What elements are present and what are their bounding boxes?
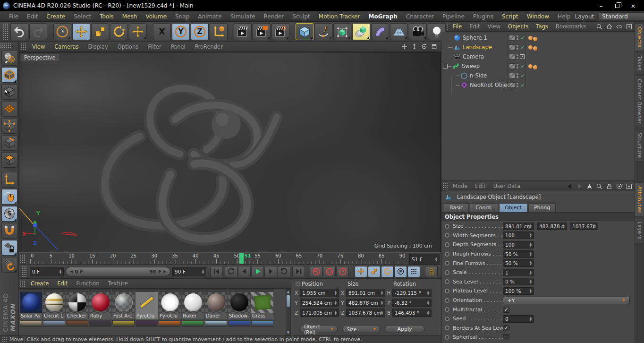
menu-script[interactable]: Script <box>498 13 523 20</box>
add-sweep-button[interactable] <box>352 23 370 40</box>
texture-tag-icon[interactable] <box>533 65 537 69</box>
side-tab-structure[interactable]: Structure <box>635 129 644 162</box>
add-spline-button[interactable] <box>314 23 332 40</box>
attribute-value-field[interactable]: 50 %▲▼ <box>503 259 534 267</box>
menu-edit[interactable]: Edit <box>23 13 42 20</box>
previous-key-button[interactable] <box>225 266 237 277</box>
panel-drag-handle[interactable] <box>3 23 8 40</box>
material-scrollbar[interactable]: ▲ ▼ <box>286 289 291 335</box>
material-menu-function[interactable]: Function <box>72 280 104 287</box>
layer-color-swatch[interactable] <box>509 44 515 50</box>
keyframe-bullet-icon[interactable] <box>445 298 449 303</box>
spinner-arrows-icon[interactable]: ▲▼ <box>335 310 337 315</box>
viewport-menu-options[interactable]: Options <box>113 43 143 50</box>
next-frame-button[interactable] <box>264 266 277 277</box>
spinner-arrows-icon[interactable]: ▲▼ <box>530 270 532 275</box>
previous-frame-button[interactable] <box>238 266 251 277</box>
layer-color-swatch[interactable] <box>509 35 515 41</box>
menu-character[interactable]: Character <box>402 13 438 20</box>
autokeying-button[interactable] <box>323 266 336 277</box>
lock-workplane-button[interactable] <box>1 240 17 256</box>
menu-plugins[interactable]: Plugins <box>469 13 498 20</box>
enabled-check-icon[interactable]: ✓ <box>520 82 525 88</box>
tab-object[interactable]: Object <box>499 203 527 212</box>
view-label[interactable]: Perspective <box>20 53 59 62</box>
object-name[interactable]: n-Side <box>470 72 487 79</box>
render-picture-viewer-button[interactable] <box>253 23 271 40</box>
key-pla-button[interactable] <box>407 266 420 277</box>
material-item[interactable]: Circuit L <box>43 292 65 319</box>
viewport-canvas[interactable]: X Y Z Perspective Grid Spacing : 100 cm <box>19 52 441 252</box>
panel-drag-handle[interactable] <box>2 337 8 342</box>
material-item[interactable]: Grass <box>251 292 273 319</box>
layer-color-swatch[interactable] <box>509 54 515 60</box>
spinner-arrows-icon[interactable]: ▲▼ <box>335 300 337 305</box>
visibility-dots[interactable] <box>517 45 518 50</box>
material-menu-edit[interactable]: Edit <box>53 280 72 287</box>
search-button[interactable] <box>595 23 603 30</box>
enabled-check-icon[interactable]: ✓ <box>520 44 525 51</box>
keyframe-bullet-icon[interactable] <box>445 252 449 257</box>
size-mode-dropdown[interactable]: Size ▼ <box>342 325 380 333</box>
visibility-dots[interactable] <box>517 35 518 40</box>
menu-pipeline[interactable]: Pipeline <box>438 13 469 20</box>
render-view-button[interactable] <box>234 23 252 40</box>
menu-help[interactable]: Help <box>553 13 575 20</box>
spinner-arrows-icon[interactable]: ▲▼ <box>435 257 437 262</box>
attribute-value-field[interactable]: 1▲▼ <box>503 269 534 276</box>
preview-range-slider[interactable]: ◀ 0 F 90 F ▶ <box>66 267 170 276</box>
menu-animate[interactable]: Animate <box>194 13 226 20</box>
key-parameter-button[interactable]: P <box>394 266 407 277</box>
position-x-field[interactable]: 1.955 cm▲▼ <box>300 289 339 297</box>
play-button[interactable] <box>251 266 264 277</box>
menu-sculpt[interactable]: Sculpt <box>288 13 314 20</box>
attribute-value-field[interactable]: 482.878 cm▲▼ <box>537 223 567 230</box>
model-mode-button[interactable] <box>1 67 17 83</box>
viewport-menu-filter[interactable]: Filter <box>143 43 166 50</box>
key-rotation-button[interactable] <box>381 266 394 277</box>
menu-mesh[interactable]: Mesh <box>118 13 142 20</box>
add-box-button[interactable] <box>625 23 633 30</box>
spinner-arrows-icon[interactable]: ▲▼ <box>427 291 429 295</box>
expander-icon[interactable]: − <box>443 64 448 69</box>
object-name[interactable]: Sweep <box>462 63 480 69</box>
spinner-arrows-icon[interactable]: ▲▼ <box>202 269 204 274</box>
viewport-menu-display[interactable]: Display <box>83 43 112 50</box>
keyframe-bullet-icon[interactable] <box>445 242 449 247</box>
x-axis-lock-button[interactable]: X <box>153 23 171 40</box>
keyframe-bullet-icon[interactable] <box>445 270 449 275</box>
visibility-dots[interactable] <box>517 64 518 69</box>
keyframe-bullet-icon[interactable] <box>445 307 449 312</box>
panel-drag-handle[interactable] <box>20 280 25 287</box>
rotation-h-field[interactable]: -129.115 °▲▼ <box>392 289 432 297</box>
nav-up-button[interactable] <box>585 182 593 190</box>
object-name[interactable]: NeoKnot Object <box>470 82 512 88</box>
layout-dropdown[interactable]: Standard ▼ <box>599 12 644 20</box>
range-start-field[interactable]: 0 F ▲▼ <box>30 267 64 276</box>
object-tree-row[interactable]: −Sweep✓ <box>441 61 635 71</box>
viewport-menu-prorender[interactable]: ProRender <box>190 43 228 50</box>
attribute-value-field[interactable]: 100 %▲▼ <box>503 287 534 295</box>
move-button[interactable] <box>72 23 90 40</box>
axis-mode-button[interactable] <box>1 172 17 188</box>
size-y-field[interactable]: 482.878 cm▲▼ <box>346 299 385 307</box>
keyframe-help-button[interactable]: ? <box>336 266 349 277</box>
keyframe-bullet-icon[interactable] <box>445 261 449 266</box>
make-editable-button[interactable] <box>1 50 17 66</box>
record-keyframe-button[interactable] <box>310 266 322 277</box>
object-tree-row[interactable]: n-Side✓ <box>441 71 635 80</box>
spinner-arrows-icon[interactable]: ▲▼ <box>530 289 532 293</box>
menu-simulate[interactable]: Simulate <box>226 13 260 20</box>
spinner-arrows-icon[interactable]: ▲▼ <box>563 224 565 229</box>
viewport-menu-cameras[interactable]: Cameras <box>50 43 83 50</box>
material-item[interactable]: Checker <box>66 292 88 319</box>
object-menu-objects[interactable]: Objects <box>504 23 532 30</box>
viewport-zoom-button[interactable] <box>410 43 418 51</box>
spinner-arrows-icon[interactable]: ▲▼ <box>335 291 337 295</box>
workplane-mode-button[interactable] <box>1 101 17 117</box>
attribute-value-field[interactable]: 100▲▼ <box>503 241 534 249</box>
add-subdivision-surface-button[interactable] <box>333 23 351 40</box>
size-z-field[interactable]: 1037.678 cm▲▼ <box>346 309 385 317</box>
side-tab-takes[interactable]: Takes <box>635 52 644 74</box>
range-end-field[interactable]: 90 F ▲▼ <box>172 267 206 276</box>
